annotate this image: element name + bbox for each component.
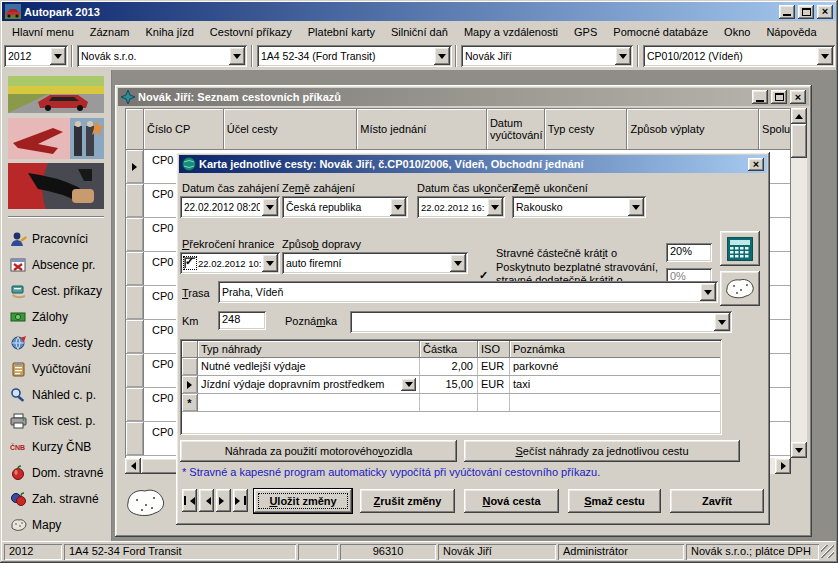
sidebar-item-vyuctovani[interactable]: Vyúčtování <box>10 356 110 382</box>
maximize-button[interactable] <box>798 5 814 19</box>
airplane-photo[interactable] <box>8 118 104 159</box>
sidebar-item-nahled-cp[interactable]: Náhled c. p. <box>10 382 110 408</box>
expense-column-castka[interactable]: Částka <box>420 341 478 358</box>
sidebar-item-zah-stravne[interactable]: Zah. stravné <box>10 486 110 512</box>
sidebar-item-jedn-cesty[interactable]: Jedn. cesty <box>10 330 110 356</box>
dropdown-button[interactable] <box>628 198 644 216</box>
vehicle-compensation-button[interactable]: Náhrada za použití motorového vozidla <box>180 440 457 462</box>
child-close-button[interactable]: × <box>790 90 806 104</box>
dropdown-button[interactable] <box>700 283 716 301</box>
resize-grip[interactable] <box>821 545 834 558</box>
expense-row[interactable]: Nutné vedlejší výdaje 2,00 EUR parkovné <box>182 358 720 376</box>
expense-amount-cell[interactable]: 2,00 <box>420 358 478 375</box>
menu-platebni-karty[interactable]: Platební karty <box>300 24 383 40</box>
expense-amount-cell[interactable]: 15,00 <box>420 376 478 393</box>
sum-trip-button[interactable]: Sečíst náhrady za jednotlivou cestu <box>464 440 740 462</box>
expense-note-cell[interactable]: parkovné <box>510 358 720 375</box>
menu-gps[interactable]: GPS <box>566 24 605 40</box>
cancel-changes-button[interactable]: Zrušit změny <box>360 489 455 513</box>
dialog-titlebar[interactable]: Karta jednotlivé cesty: Novák Jiří, č.CP… <box>179 155 767 173</box>
menu-cestovni-prikazy[interactable]: Cestovní příkazy <box>202 24 300 40</box>
column-header-cislo-cp[interactable]: Číslo CP <box>144 109 224 150</box>
menu-pomocne-databaze[interactable]: Pomocné databáze <box>605 24 716 40</box>
save-changes-button[interactable]: Uložit změny <box>254 489 352 513</box>
column-header-typ-cesty[interactable]: Typ cesty <box>545 109 628 150</box>
km-field[interactable]: 248 <box>218 311 266 330</box>
expense-row-selected[interactable]: Jízdní výdaje dopravním prostředkem 15,0… <box>182 376 720 394</box>
start-datetime-combobox[interactable]: 22.02.2012 08:20 <box>180 196 280 218</box>
scroll-down-button[interactable] <box>791 442 807 458</box>
sidebar-item-absence-pr[interactable]: Absence pr. <box>10 252 110 278</box>
sidebar-item-tisk-cest-p[interactable]: Tisk cest. p. <box>10 408 110 434</box>
dropdown-button[interactable] <box>262 254 278 272</box>
expense-column-iso[interactable]: ISO <box>478 341 510 358</box>
hscrollbar-thumb[interactable] <box>141 458 181 474</box>
transport-mode-combobox[interactable]: auto firemní <box>282 252 468 274</box>
scroll-up-button[interactable] <box>791 108 807 124</box>
note-combobox[interactable] <box>350 311 732 333</box>
end-datetime-combobox[interactable]: 22.02.2012 16:25 <box>417 196 505 218</box>
czech-map-icon[interactable] <box>124 485 166 521</box>
expense-type-cell[interactable]: Jízdní výdaje dopravním prostředkem <box>198 376 420 393</box>
end-country-combobox[interactable]: Rakousko <box>512 196 646 218</box>
dropdown-button[interactable] <box>390 198 406 216</box>
route-map-button[interactable] <box>720 271 760 306</box>
menu-okno[interactable]: Okno <box>716 24 758 40</box>
column-header-zpusob-vyplaty[interactable]: Způsob výplaty <box>627 109 759 150</box>
column-header-spolucestujici[interactable]: Spoluc <box>759 109 790 150</box>
menu-zaznam[interactable]: Záznam <box>82 24 138 40</box>
menu-kniha-jizd[interactable]: Kniha jízd <box>138 24 202 40</box>
year-combobox[interactable]: 2012 <box>4 45 68 67</box>
expense-column-poznamka[interactable]: Poznámka <box>510 341 720 358</box>
dropdown-button[interactable] <box>262 198 278 216</box>
company-dropdown-button[interactable] <box>229 47 245 65</box>
sidebar-item-zalohy[interactable]: Zálohy <box>10 304 110 330</box>
meal-cut-percent-field[interactable]: 20% <box>666 243 712 262</box>
driver-combobox[interactable]: Novák Jiří <box>461 45 633 67</box>
calculator-button[interactable] <box>720 231 760 266</box>
expense-new-row[interactable]: * <box>182 394 720 412</box>
expense-type-cell[interactable]: Nutné vedlejší výdaje <box>198 358 420 375</box>
close-button[interactable]: × <box>817 5 833 19</box>
start-country-combobox[interactable]: Česká republika <box>282 196 408 218</box>
expense-note-cell[interactable]: taxi <box>510 376 720 393</box>
vehicle-combobox[interactable]: 1A4 52-34 (Ford Transit) <box>257 45 452 67</box>
child-minimize-button[interactable] <box>752 90 768 104</box>
expense-column-typ-nahrady[interactable]: Typ náhrady <box>198 341 420 358</box>
menu-napoveda[interactable]: Nápověda <box>758 24 824 40</box>
driver-dropdown-button[interactable] <box>615 47 631 65</box>
child-maximize-button[interactable] <box>771 90 787 104</box>
column-header-datum-vyuctovani[interactable]: Datum vyúčtování <box>487 109 545 150</box>
expense-iso-cell[interactable]: EUR <box>478 358 510 375</box>
sidebar-item-dom-stravne[interactable]: Dom. stravné <box>10 460 110 486</box>
dialog-close-button[interactable]: × <box>748 158 764 171</box>
dropdown-button[interactable] <box>487 198 503 216</box>
next-record-button[interactable] <box>216 489 231 512</box>
car-photo[interactable] <box>8 76 104 113</box>
sidebar-item-pracovnici[interactable]: Pracovníci <box>10 226 110 252</box>
minimize-button[interactable] <box>779 5 795 19</box>
sidebar-item-cest-prikazy[interactable]: Cest. příkazy <box>10 278 110 304</box>
previous-record-button[interactable] <box>199 489 214 512</box>
vehicle-dropdown-button[interactable] <box>434 47 450 65</box>
trip-combobox[interactable]: CP010/2012 (Vídeň) <box>643 45 835 67</box>
year-dropdown-button[interactable] <box>50 47 66 65</box>
scrollbar-thumb[interactable] <box>791 124 807 158</box>
scroll-left-button[interactable] <box>125 458 141 474</box>
delete-trip-button[interactable]: Smaž cestu <box>568 489 661 513</box>
menu-hlavni-menu[interactable]: Hlavní menu <box>4 24 82 40</box>
dropdown-button[interactable] <box>714 313 730 331</box>
expense-iso-cell[interactable]: EUR <box>478 376 510 393</box>
scroll-right-button[interactable] <box>775 458 791 474</box>
sidebar-item-kurzy-cnb[interactable]: ČNB Kurzy ČNB <box>10 434 110 460</box>
first-record-button[interactable] <box>182 489 197 512</box>
new-trip-button[interactable]: Nová cesta <box>464 489 559 513</box>
sidebar-item-mapy[interactable]: Mapy <box>10 512 110 538</box>
column-header-ucel-cesty[interactable]: Účel cesty <box>224 109 358 150</box>
trip-dropdown-button[interactable] <box>817 47 833 65</box>
vertical-scrollbar[interactable] <box>791 108 807 458</box>
border-crossing-combobox[interactable]: 22.02.2012 10:15 <box>180 252 280 274</box>
column-header-misto-jednani[interactable]: Místo jednání <box>357 109 487 150</box>
menu-mapy-a-vzdalenosti[interactable]: Mapy a vzdálenosti <box>456 24 566 40</box>
fuel-pump-photo[interactable] <box>8 163 104 209</box>
